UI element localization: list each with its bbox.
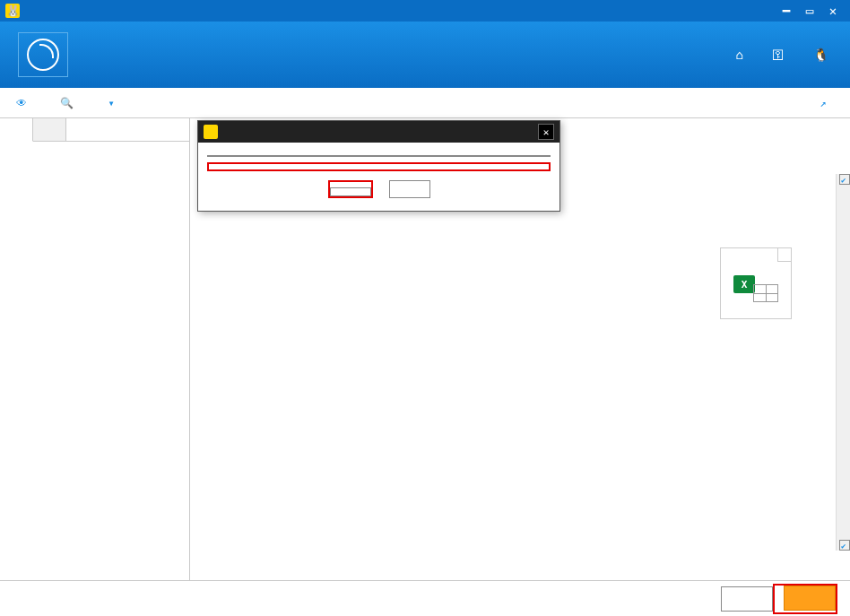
row-checkbox[interactable] <box>839 174 850 185</box>
dialog-warning-box <box>207 162 551 171</box>
tab-type[interactable] <box>33 118 66 141</box>
file-type-tree[interactable] <box>0 142 189 580</box>
minimize-button[interactable]: ━ <box>775 4 798 18</box>
funnel-icon: ▾ <box>104 96 118 110</box>
save-scan-state-button[interactable]: ↗ <box>816 96 836 110</box>
folder-browser[interactable] <box>207 155 551 157</box>
tree-panel <box>0 118 190 580</box>
nav-register[interactable]: ⚿ <box>772 48 788 62</box>
xlsx-badge: X <box>733 275 755 293</box>
dialog-ok-button[interactable] <box>330 187 371 196</box>
filter-button[interactable]: ▾ <box>104 96 124 110</box>
toolbar: 👁 🔍 ▾ ↗ <box>0 88 850 118</box>
statusbar <box>0 580 850 616</box>
dialog-close-button[interactable]: ✕ <box>538 124 554 140</box>
header: ⌂ ⚿ 🐧 <box>0 22 850 88</box>
back-button[interactable] <box>721 586 773 612</box>
key-icon: ⚿ <box>772 48 785 62</box>
window-titlebar: 🐰 ━ ▭ ✕ <box>0 0 850 22</box>
find-button[interactable]: 🔍 <box>59 96 79 110</box>
eye-icon: 👁 <box>14 96 29 110</box>
file-detail-panel: X <box>671 235 841 355</box>
app-icon: 🐰 <box>5 4 20 18</box>
mode-icon <box>18 32 68 77</box>
save-button[interactable] <box>784 586 836 611</box>
file-type-icon: X <box>720 247 792 319</box>
sheet-icon <box>753 284 778 302</box>
maximize-button[interactable]: ▭ <box>798 4 821 18</box>
export-icon: ↗ <box>816 96 830 110</box>
home-icon: ⌂ <box>736 48 743 62</box>
save-folder-dialog: ✕ <box>197 120 560 212</box>
save-highlight <box>773 584 837 614</box>
scrollbar[interactable] <box>836 174 850 551</box>
preview-button[interactable]: 👁 <box>14 96 34 110</box>
nav-home[interactable]: ⌂ <box>736 48 747 62</box>
tree-tabs <box>0 118 189 142</box>
nav-qq[interactable]: 🐧 <box>813 48 832 62</box>
close-button[interactable]: ✕ <box>821 4 845 18</box>
dialog-titlebar[interactable]: ✕ <box>198 121 559 143</box>
ok-highlight <box>328 180 373 198</box>
qq-icon: 🐧 <box>813 48 828 62</box>
dialog-icon <box>204 125 218 139</box>
dialog-cancel-button[interactable] <box>389 180 430 198</box>
search-icon: 🔍 <box>59 96 74 110</box>
row-checkbox[interactable] <box>839 540 850 551</box>
tab-path[interactable] <box>0 118 33 142</box>
